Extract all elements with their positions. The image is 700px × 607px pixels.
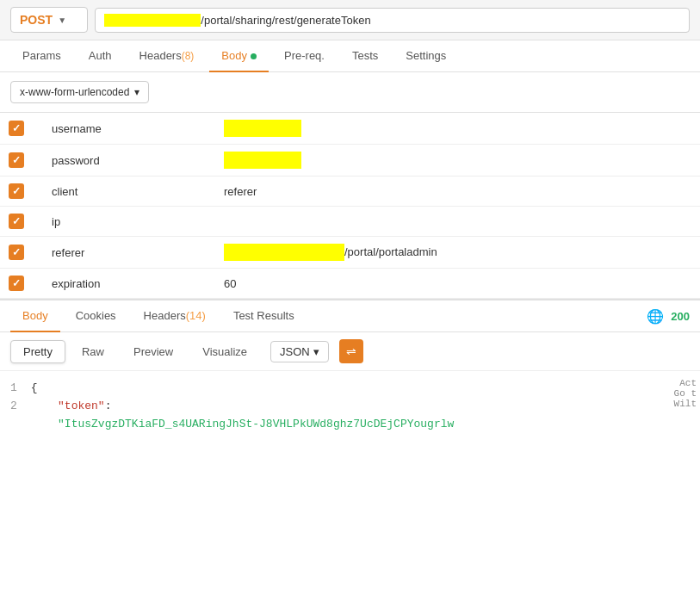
checkbox-password[interactable] xyxy=(9,152,24,168)
encoding-dropdown[interactable]: x-www-form-urlencoded ▾ xyxy=(10,81,149,103)
globe-icon: 🌐 xyxy=(647,308,664,325)
tab-settings[interactable]: Settings xyxy=(393,40,458,72)
top-bar: POST ▼ /portal/sharing/rest/generateToke… xyxy=(0,0,700,40)
status-code: 200 xyxy=(671,310,690,323)
table-row: username xyxy=(0,113,700,145)
param-value-client[interactable]: referer xyxy=(215,177,700,207)
checkbox-username[interactable] xyxy=(9,121,24,136)
param-value-referer[interactable]: /portal/portaladmin xyxy=(215,237,700,269)
tab-tests[interactable]: Tests xyxy=(340,40,390,72)
param-value-expiration[interactable]: 60 xyxy=(215,269,700,299)
line-numbers: 1 2 xyxy=(10,380,17,449)
param-value-username[interactable] xyxy=(215,113,700,145)
side-hints: Act Go t Wilt xyxy=(666,371,700,457)
url-path: /portal/sharing/rest/generateToken xyxy=(201,14,370,27)
response-tab-cookies[interactable]: Cookies xyxy=(64,300,128,332)
tab-params[interactable]: Params xyxy=(10,40,73,72)
param-key-client: client xyxy=(43,177,215,207)
checkbox-ip[interactable] xyxy=(9,214,24,229)
encoding-arrow: ▾ xyxy=(134,86,139,98)
method-dropdown[interactable]: POST ▼ xyxy=(10,7,88,33)
checkbox-referer[interactable] xyxy=(9,245,24,260)
url-bar[interactable]: /portal/sharing/rest/generateToken xyxy=(95,8,690,33)
json-format-label: JSON xyxy=(280,345,310,358)
param-key-username: username xyxy=(43,113,215,145)
response-meta: 🌐 200 xyxy=(647,308,690,325)
method-label: POST xyxy=(20,13,53,27)
checkbox-client[interactable] xyxy=(9,183,24,199)
tab-prereq[interactable]: Pre-req. xyxy=(272,40,337,72)
referer-suffix: /portal/portaladmin xyxy=(344,245,437,258)
table-row: ip xyxy=(0,207,700,237)
param-key-password: password xyxy=(43,145,215,177)
tab-body[interactable]: Body xyxy=(209,40,269,72)
table-row: client referer xyxy=(0,177,700,207)
request-nav-tabs: Params Auth Headers(8) Body Pre-req. Tes… xyxy=(0,40,700,72)
wrap-icon[interactable]: ⇌ xyxy=(339,339,363,363)
table-row: password xyxy=(0,145,700,177)
param-value-password[interactable] xyxy=(215,145,700,177)
format-tab-visualize[interactable]: Visualize xyxy=(189,340,260,363)
param-key-ip: ip xyxy=(43,207,215,237)
tab-headers[interactable]: Headers(8) xyxy=(127,40,207,72)
encoding-bar: x-www-form-urlencoded ▾ xyxy=(0,72,700,113)
body-dot xyxy=(251,53,257,59)
response-tab-test-results[interactable]: Test Results xyxy=(221,300,307,332)
format-tab-raw[interactable]: Raw xyxy=(69,340,117,363)
response-tabs: Body Cookies Headers(14) Test Results 🌐 … xyxy=(0,300,700,332)
code-line-3: "ItusZvgzDTKiaFD_s4UARingJhSt-J8VHLPkUWd… xyxy=(31,416,690,434)
response-section: Body Cookies Headers(14) Test Results 🌐 … xyxy=(0,299,700,457)
param-key-expiration: expiration xyxy=(43,269,215,299)
tab-auth[interactable]: Auth xyxy=(77,40,124,72)
json-format-dropdown[interactable]: JSON ▾ xyxy=(270,341,329,362)
code-line-2: "token": xyxy=(31,398,690,416)
url-highlight xyxy=(104,14,201,27)
table-row: expiration 60 xyxy=(0,269,700,299)
headers-badge: (8) xyxy=(182,50,195,62)
params-table: username password client referer ip refe… xyxy=(0,113,700,299)
table-row: referer /portal/portaladmin xyxy=(0,237,700,269)
format-tab-pretty[interactable]: Pretty xyxy=(10,340,65,363)
response-headers-badge: (14) xyxy=(186,309,206,322)
param-value-ip[interactable] xyxy=(215,207,700,237)
response-tab-headers[interactable]: Headers(14) xyxy=(132,300,218,332)
encoding-label: x-www-form-urlencoded xyxy=(20,86,129,98)
method-arrow: ▼ xyxy=(58,15,66,25)
param-key-referer: referer xyxy=(43,237,215,269)
code-area: 1 2 { "token": "ItusZvgzDTKiaFD_s4UARing… xyxy=(0,371,700,457)
json-format-arrow: ▾ xyxy=(313,345,319,358)
format-tab-preview[interactable]: Preview xyxy=(121,340,186,363)
code-line-1: { xyxy=(31,380,690,398)
code-content: { "token": "ItusZvgzDTKiaFD_s4UARingJhSt… xyxy=(31,380,690,449)
checkbox-expiration[interactable] xyxy=(9,276,24,291)
response-tab-body[interactable]: Body xyxy=(10,300,60,332)
format-bar: Pretty Raw Preview Visualize JSON ▾ ⇌ xyxy=(0,332,700,371)
